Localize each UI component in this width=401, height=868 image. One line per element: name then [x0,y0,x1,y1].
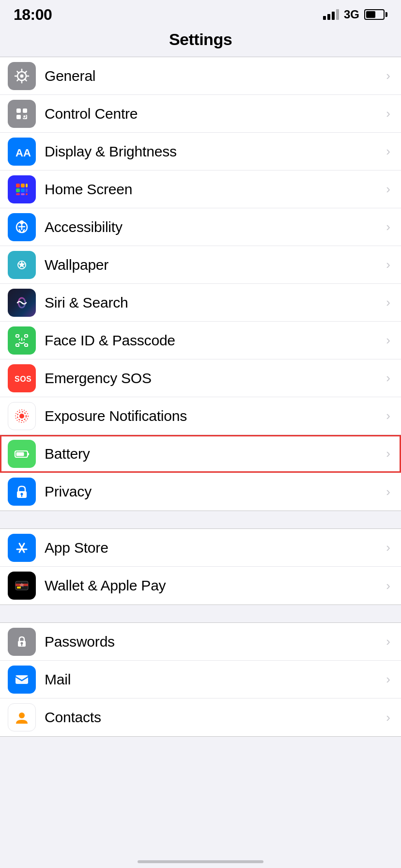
app-store-label: App Store [45,540,382,556]
settings-row-home-screen[interactable]: Home Screen › [0,170,401,208]
svg-rect-16 [16,184,20,187]
svg-line-6 [17,71,19,73]
settings-row-mail[interactable]: Mail › [0,661,401,698]
svg-text:SOS: SOS [15,375,31,383]
contacts-label: Contacts [45,709,382,726]
svg-rect-33 [16,335,19,337]
display-brightness-icon: AA [8,138,36,166]
settings-row-face-id-passcode[interactable]: Face ID & Passcode › [0,322,401,359]
exposure-notifications-icon [8,402,36,430]
chevron-icon: › [386,634,390,649]
page-title-bar: Settings [0,26,401,57]
section-gap-1 [0,511,401,528]
accessibility-icon [8,213,36,241]
svg-point-41 [19,414,24,418]
home-screen-icon [8,175,36,203]
settings-section-apps: Passwords › Mail › Contacts › [0,622,401,737]
face-id-passcode-label: Face ID & Passcode [45,332,382,349]
status-icons: 3G [323,8,387,21]
svg-line-8 [25,71,27,73]
settings-row-battery[interactable]: Battery › [0,435,401,473]
svg-point-14 [23,115,26,118]
home-screen-label: Home Screen [45,181,382,198]
settings-row-wallpaper[interactable]: Wallpaper › [0,246,401,284]
svg-rect-17 [21,184,25,187]
svg-rect-34 [25,335,28,337]
svg-point-38 [24,339,25,340]
chevron-icon: › [386,578,390,593]
exposure-notifications-label: Exposure Notifications [45,408,382,424]
svg-rect-19 [16,188,20,192]
settings-row-control-centre[interactable]: Control Centre › [0,95,401,133]
siri-search-label: Siri & Search [45,294,382,311]
chevron-icon: › [386,446,390,461]
chevron-icon: › [386,484,390,499]
chevron-icon: › [386,144,390,159]
wallet-apple-pay-icon [8,572,36,600]
status-time: 18:00 [14,6,52,24]
battery-label: Battery [45,446,382,462]
mail-icon [8,666,36,694]
svg-rect-11 [23,108,27,113]
settings-row-siri-search[interactable]: Siri & Search › [0,284,401,322]
home-bar [138,860,263,863]
chevron-icon: › [386,540,390,555]
svg-point-1 [20,74,24,78]
chevron-icon: › [386,219,390,234]
control-centre-label: Control Centre [45,106,382,122]
chevron-icon: › [386,106,390,121]
svg-text:AA: AA [15,147,31,159]
siri-icon [8,289,36,317]
passwords-label: Passwords [45,634,382,650]
svg-rect-35 [16,344,19,346]
privacy-icon [8,478,36,506]
svg-rect-21 [26,188,28,192]
wallet-apple-pay-label: Wallet & Apple Pay [45,577,382,594]
battery-status-icon [364,9,387,20]
chevron-icon: › [386,672,390,687]
settings-row-display-brightness[interactable]: AA Display & Brightness › [0,133,401,170]
settings-row-privacy[interactable]: Privacy › [0,473,401,511]
chevron-icon: › [386,333,390,348]
chevron-icon: › [386,257,390,272]
svg-point-37 [19,339,20,340]
wallpaper-icon [8,251,36,279]
settings-row-general[interactable]: General › [0,57,401,95]
svg-rect-46 [28,453,29,455]
mail-label: Mail [45,671,382,688]
chevron-icon: › [386,68,390,83]
status-bar: 18:00 3G [0,0,401,26]
chevron-icon: › [386,182,390,197]
svg-rect-24 [26,193,28,195]
network-type-icon: 3G [344,8,359,21]
svg-rect-20 [21,188,25,192]
settings-row-accessibility[interactable]: Accessibility › [0,208,401,246]
svg-rect-45 [16,452,24,456]
svg-rect-57 [15,675,28,684]
wallpaper-label: Wallpaper [45,257,382,273]
face-id-icon [8,326,36,355]
battery-icon [8,440,36,468]
svg-point-58 [19,713,25,718]
page-title: Settings [0,30,401,49]
svg-line-9 [17,79,19,81]
svg-rect-18 [26,184,28,187]
signal-bars-icon [323,9,339,20]
settings-row-wallet-apple-pay[interactable]: Wallet & Apple Pay › [0,567,401,604]
privacy-label: Privacy [45,483,382,500]
app-store-icon [8,534,36,562]
settings-row-contacts[interactable]: Contacts › [0,698,401,736]
chevron-icon: › [386,710,390,725]
general-icon [8,62,36,90]
settings-row-app-store[interactable]: App Store › [0,529,401,567]
settings-row-exposure-notifications[interactable]: Exposure Notifications › [0,397,401,435]
section-gap-2 [0,605,401,622]
general-label: General [45,68,382,84]
svg-rect-23 [21,193,25,195]
control-centre-icon [8,100,36,128]
accessibility-label: Accessibility [45,219,382,235]
display-brightness-label: Display & Brightness [45,143,382,160]
settings-row-emergency-sos[interactable]: SOS Emergency SOS › [0,359,401,397]
settings-row-passwords[interactable]: Passwords › [0,623,401,661]
emergency-sos-label: Emergency SOS [45,370,382,387]
